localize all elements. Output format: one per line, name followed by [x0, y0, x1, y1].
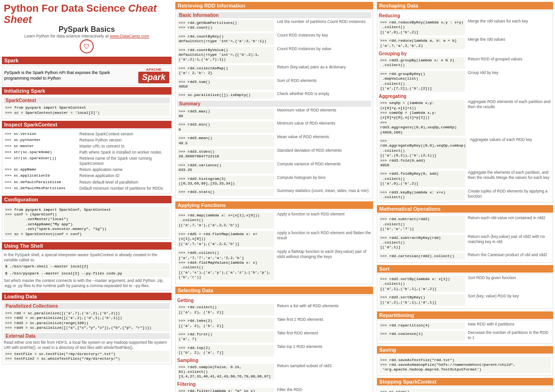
basic-row: >>> rdd.getNumPartitions() >>> rdd.count…	[177, 19, 371, 32]
saving-header: Saving	[377, 346, 553, 354]
applying-code: >>> rdd5 = rdd.flatMap(lambda x: x+(x[1]…	[177, 231, 274, 247]
basic-info-table: >>> rdd.getNumPartitions() >>> rdd.count…	[177, 19, 371, 99]
summary-row: >>> rdd3.histogram(3) ([0,33,66,99],[33,…	[177, 175, 371, 188]
math-desc: Return each (key,value) pair of rdd2 wit…	[466, 234, 551, 251]
stopping-section: Stopping SparkContext >>> sc.stop()	[377, 378, 553, 392]
sampling-subheader: Sampling	[177, 358, 371, 363]
basic-code: >>> rdd.countByKey() defaultdict(<type '…	[177, 33, 274, 45]
repartitioning-section: Repartitioning >>> rdd.repartition(4)New…	[377, 311, 553, 344]
datacamp-link[interactable]: www.DataCamp.com	[110, 34, 149, 38]
external-subheader: External Data	[4, 333, 170, 339]
aggregating-row1: >>> seqOp = (lambda x,y: (x[0]+y,x[1]+1)…	[379, 99, 551, 136]
config-header: Configuration	[2, 196, 172, 203]
getting-code: >>> rdd.take(2) [('a', 2), ('b', 2)]	[177, 318, 274, 329]
retrieving-section: Retrieving RDD Information Basic Informa…	[175, 2, 373, 200]
summary-row: >>> rdd3.variance() 833.25Compute varian…	[177, 162, 371, 174]
shell-header: Using The Shell	[2, 242, 172, 250]
summary-code: >>> rdd3.histogram(3) ([0,33,66,99],[33,…	[177, 176, 274, 187]
selecting-box: Getting >>> rdd.collect() [('a', 2), ('b…	[175, 295, 373, 392]
getting-desc: Return a list with all RDD elements	[276, 303, 371, 316]
config-code: >>> from pyspark import SparkConf, Spark…	[4, 207, 170, 237]
repartition-desc: Decrease the number of partitions in the…	[466, 330, 551, 340]
aggregating-desc4: Create tuples of RDD elements by applyin…	[466, 189, 551, 201]
initializing-header: Initializing Spark	[2, 87, 172, 95]
config-box: >>> from pyspark import SparkConf, Spark…	[2, 204, 172, 240]
sort-code: >>> rdd2.sortByKey() [('a',2),('b',1),('…	[379, 294, 465, 306]
aggregating-row2: >>> rdd.aggregateByKey((0,0),seqOp,combo…	[379, 137, 551, 169]
sparkcontext-code: >>> from pyspark import SparkContext >>>…	[4, 104, 170, 116]
sparkcontext-subheader: SparkContext	[4, 97, 170, 104]
summary-table: >>> rdd3.max() 99Maximum value of RDD el…	[177, 108, 371, 196]
aggregating-row3: >>> rdd3.foldByKey(0, add) .collect() [(…	[379, 170, 551, 187]
inspect-section: Inspect SparkContext >>> sc.versionRetri…	[2, 121, 172, 194]
basic-row: >>> rdd.collectAsMap() {'a': 2,'b': 2}Re…	[177, 65, 371, 77]
repartition-code: >>> rdd.repartition(4)	[379, 322, 465, 329]
applying-code: >>> rdd5.collect() ['a','7,'7','a','a','…	[177, 250, 274, 281]
inspect-row: >>> str(sc.sparkHome)Path where Spark is…	[4, 149, 170, 155]
summary-code: >>> rdd3.max() 99	[177, 108, 274, 120]
reducing-row2: >>> rdd.reduce(lambda a, b: a + b) ('a',…	[379, 37, 551, 50]
aggregating-desc2: Aggregate values of each RDD key	[468, 137, 551, 169]
inspect-code: >>> sc.defaultMinPartitions	[4, 185, 78, 192]
filtering-row: >>> rdd.filter(lambda x: "a" in x) .coll…	[177, 387, 371, 392]
filtering-desc: Filter the RDD	[276, 387, 371, 392]
applying-table: >>> rdd.map(lambda x: x+(x[1],x[0])) .co…	[177, 212, 371, 281]
getting-code: >>> rdd.collect() [('a', 2), ('b', 2)]	[177, 304, 274, 316]
grouping-subheader: Grouping by	[379, 51, 551, 56]
math-header: Mathematical Operations	[377, 205, 553, 213]
summary-code: >>> rdd3.stats()	[177, 189, 274, 195]
math-row: >>> rdd.subtract(rdd2) .collect() [('b',…	[379, 215, 551, 233]
summary-code: >>> rdd3.stdev() 28.866070047722118	[177, 148, 274, 160]
getting-desc: Take top 2 RDD elements	[276, 344, 371, 357]
repartitioning-header: Repartitioning	[377, 311, 553, 319]
shell-desc: In the PySpark shell, a special interpre…	[4, 252, 170, 263]
inspect-table: >>> sc.versionRetrieve SparkContext vers…	[4, 131, 170, 191]
basic-desc: Count RDD instances by value	[276, 46, 371, 64]
basic-row: >>> rdd.countByValue() defaultdict(<type…	[177, 46, 371, 64]
inspect-row: >>> sc.defaultMinPartitionsDefault minim…	[4, 185, 170, 192]
summary-subheader: Summary	[177, 101, 371, 107]
inspect-header: Inspect SparkContext	[2, 121, 172, 128]
page: Python For Data Science Cheat Sheet PySp…	[0, 0, 555, 392]
filtering-code: >>> rdd.filter(lambda x: "a" in x) .coll…	[177, 388, 274, 392]
summary-desc: Standard deviation of RDD elements	[276, 148, 371, 161]
spark-header: Spark	[2, 57, 172, 64]
reshaping-header: Reshaping Data	[377, 2, 553, 9]
reducing-subheader: Reducing	[379, 13, 551, 18]
basic-code: >>> sc.parallelize([]).isEmpty()	[177, 92, 274, 98]
stopping-code: >>> sc.stop()	[379, 389, 551, 392]
aggregating-desc3: Aggregate the elements of each partition…	[466, 170, 551, 187]
loading-box: Parallelized Collections >>> rdd = sc.pa…	[2, 301, 172, 364]
external-desc: Read either one text file from HDFS, a l…	[4, 340, 170, 350]
sort-desc: Sort (key, value) RDD by key	[466, 294, 551, 306]
summary-row: >>> rdd3.max() 99Maximum value of RDD el…	[177, 108, 371, 120]
summary-row: >>> rdd3.mean() 49.5Mean value of RDD el…	[177, 134, 371, 147]
grouping-desc2: Group rdd by key	[466, 70, 551, 93]
inspect-desc: Default minimum number of partitions for…	[78, 185, 170, 192]
getting-row: >>> rdd.take(2) [('a', 2), ('b', 2)]Take…	[177, 317, 371, 330]
applying-row: >>> rdd.map(lambda x: x+(x[1],x[0])) .co…	[177, 212, 371, 229]
inspect-row: >>> sc.appNameReturn application name	[4, 167, 170, 173]
aggregating-desc1: Aggregate RDD elements of each partition…	[466, 99, 551, 136]
math-code: >>> rdd.subtract(rdd2) .collect() [('b',…	[379, 216, 465, 232]
basic-row: >>> sc.parallelize([]).isEmpty()Check wh…	[177, 91, 371, 99]
inspect-code: >>> sc.pythonVer	[4, 137, 78, 143]
basic-row: >>> rdd3.sum() 4950Sum of RDD elements	[177, 78, 371, 91]
getting-row: >>> rdd.first() ('a', 7)Take first RDD e…	[177, 331, 371, 343]
inspect-row: >>> sc.masterMaster URL to connect to	[4, 143, 170, 149]
spark-section: Spark PySpark is the Spark Python API th…	[2, 57, 172, 86]
retrieving-box: Basic Information >>> rdd.getNumPartitio…	[175, 10, 373, 199]
basic-desc: Sum of RDD elements	[276, 78, 371, 91]
loading-header: Loading Data	[2, 293, 172, 300]
math-code: >>> rdd.cartesian(rdd2).collect()	[379, 253, 465, 259]
math-row: >>> rdd2.subtractByKey(rdd) .collect() […	[379, 234, 551, 251]
grouping-code1: >>> rdd3.groupBy(lambda x: x % 2) .colle…	[379, 57, 465, 69]
getting-row: >>> rdd.top(2) [('b', 2), ('a', 7)]Take …	[177, 344, 371, 357]
saving-box: >>> rdd.saveAsTextFile("rdd.txt") >>> rd…	[377, 355, 553, 376]
repartition-row: >>> rdd.coalesce(1)Decrease the number o…	[379, 330, 551, 340]
inspect-code: >>> sc.appName	[4, 167, 78, 173]
selecting-header: Selecting Data	[175, 287, 373, 294]
inspect-desc: Master URL to connect to	[78, 143, 170, 149]
inspect-desc: Return default level of parallelism	[78, 179, 170, 185]
reducing-desc1: Merge the rdd values for each key	[466, 19, 551, 36]
